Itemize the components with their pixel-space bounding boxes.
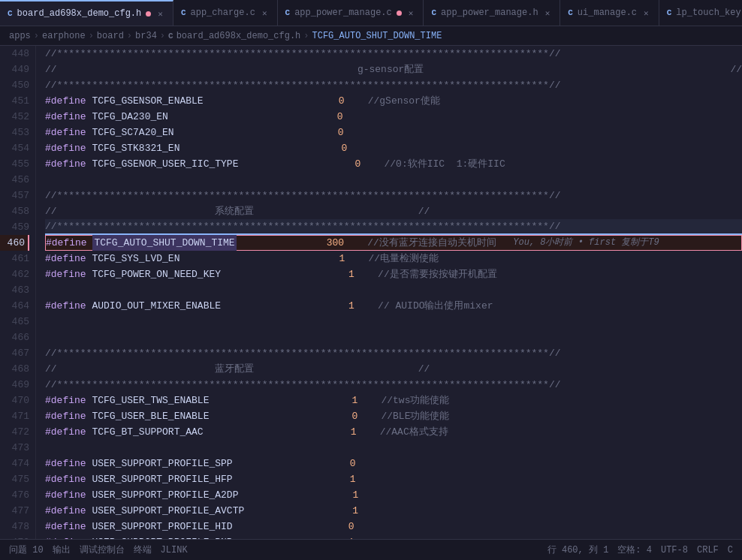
tab-label-5: ui_manage.c: [578, 8, 637, 18]
c-lang-icon-4: C: [431, 8, 436, 17]
sep4: ›: [160, 31, 165, 41]
line-464: #define AUDIO_OUT_MIXER_ENABLE 1 // AUID…: [45, 298, 742, 314]
tab-label: board_ad698x_demo_cfg.h: [17, 8, 142, 19]
tab-app-charge[interactable]: C app_charge.c ✕: [173, 0, 278, 26]
tab-bar: C board_ad698x_demo_cfg.h ✕ C app_charge…: [0, 0, 742, 26]
tab-label-3: app_power_manage.c: [294, 8, 392, 18]
sep1: ›: [34, 31, 39, 41]
tab-lp-touch-key[interactable]: C lp_touch_key.c ✕: [659, 0, 742, 26]
status-problems[interactable]: 问题 10: [9, 543, 44, 556]
line-numbers: 448 449 450 451 452 453 454 455 456 457 …: [0, 46, 36, 539]
sep2: ›: [89, 31, 94, 41]
status-encoding[interactable]: UTF-8: [661, 545, 688, 555]
tab-label-4: app_power_manage.h: [441, 8, 538, 18]
status-terminal[interactable]: 终端: [134, 543, 152, 556]
line-459: //**************************************…: [45, 219, 742, 235]
tab-label-2: app_charge.c: [190, 8, 255, 18]
breadcrumb-symbol[interactable]: TCFG_AUTO_SHUT_DOWN_TIME: [312, 31, 442, 41]
tab-close-2[interactable]: ✕: [260, 8, 270, 19]
status-bar: 问题 10 输出 调试控制台 终端 JLINK 行 460, 列 1 空格: 4…: [0, 539, 742, 560]
line-475: #define USER_SUPPORT_PROFILE_HFP 1: [45, 471, 742, 487]
tab-close-3[interactable]: ✕: [406, 8, 416, 19]
c-lang-icon-2: C: [181, 8, 186, 17]
status-left: 问题 10 输出 调试控制台 终端 JLINK: [9, 543, 188, 556]
breadcrumb-br34[interactable]: br34: [135, 31, 157, 41]
breadcrumb-file[interactable]: board_ad698x_demo_cfg.h: [176, 31, 301, 41]
breadcrumb-board[interactable]: board: [97, 31, 124, 41]
status-line-ending[interactable]: CRLF: [697, 545, 719, 555]
breadcrumb: apps › earphone › board › br34 › C board…: [0, 26, 742, 46]
tab-ui-manage[interactable]: C ui_manage.c ✕: [560, 0, 659, 26]
breadcrumb-c-icon: C: [168, 32, 173, 41]
line-453: #define TCFG_SC7A20_EN 0: [45, 125, 742, 140]
code-editor[interactable]: 448 449 450 451 452 453 454 455 456 457 …: [0, 46, 742, 539]
c-lang-icon: C: [8, 9, 13, 18]
c-lang-icon-5: C: [568, 8, 573, 17]
modified-dot: [146, 11, 151, 17]
line-471: #define TCFG_USER_BLE_ENABLE 0 //BLE功能使能: [45, 408, 742, 424]
modified-dot-3: [397, 11, 402, 16]
line-454: #define TCFG_STK8321_EN 0: [45, 140, 742, 156]
line-448: //**************************************…: [45, 46, 742, 62]
blame-annotation: You, 8小时前 • first 复制于T9: [502, 235, 659, 251]
line-468: // 蓝牙配置 //: [45, 361, 742, 377]
line-477: #define USER_SUPPORT_PROFILE_AVCTP 1: [45, 503, 742, 519]
line-462: #define TCFG_POWER_ON_NEED_KEY 1 //是否需要按…: [45, 266, 742, 282]
sep3: ›: [127, 31, 132, 41]
line-465: [45, 314, 742, 330]
line-469: //**************************************…: [45, 377, 742, 393]
status-output[interactable]: 输出: [53, 543, 71, 556]
line-461: #define TCFG_SYS_LVD_EN 1 //电量检测使能: [45, 251, 742, 266]
tab-app-power-manage-c[interactable]: C app_power_manage.c ✕: [278, 0, 424, 26]
line-470: #define TCFG_USER_TWS_ENABLE 1 //tws功能使能: [45, 393, 742, 408]
c-lang-icon-3: C: [285, 8, 291, 17]
line-473: [45, 440, 742, 456]
breadcrumb-earphone[interactable]: earphone: [42, 31, 86, 41]
line-474: #define USER_SUPPORT_PROFILE_SPP 0: [45, 456, 742, 471]
line-455: #define TCFG_GSENOR_USER_IIC_TYPE 0 //0:…: [45, 156, 742, 172]
tab-close-4[interactable]: ✕: [543, 8, 553, 19]
tab-close-5[interactable]: ✕: [641, 8, 651, 19]
line-457: //**************************************…: [45, 188, 742, 203]
status-position[interactable]: 行 460, 列 1: [547, 543, 609, 556]
breadcrumb-apps[interactable]: apps: [9, 31, 31, 41]
line-472: #define TCFG_BT_SUPPORT_AAC 1 //AAC格式支持: [45, 424, 742, 440]
line-467: //**************************************…: [45, 345, 742, 361]
sep5: ›: [303, 31, 309, 41]
line-451: #define TCFG_GSENSOR_ENABLE 0 //gSensor使…: [45, 93, 742, 109]
status-jlink[interactable]: JLINK: [161, 545, 188, 555]
status-right: 行 460, 列 1 空格: 4 UTF-8 CRLF C: [547, 543, 733, 556]
line-458: // 系统配置 //: [45, 203, 742, 219]
line-460[interactable]: #define TCFG_AUTO_SHUT_DOWN_TIME 300 //没…: [45, 235, 742, 251]
line-476: #define USER_SUPPORT_PROFILE_A2DP 1: [45, 487, 742, 503]
code-content[interactable]: //**************************************…: [36, 46, 742, 539]
c-lang-icon-6: C: [667, 8, 672, 17]
macro-highlight: TCFG_AUTO_SHUT_DOWN_TIME: [92, 235, 236, 251]
tab-close[interactable]: ✕: [155, 8, 165, 20]
line-456: [45, 172, 742, 188]
line-463: [45, 282, 742, 298]
tab-board-cfg[interactable]: C board_ad698x_demo_cfg.h ✕: [0, 0, 173, 26]
line-452: #define TCFG_DA230_EN 0: [45, 109, 742, 125]
status-debug[interactable]: 调试控制台: [80, 543, 125, 556]
status-spaces[interactable]: 空格: 4: [617, 543, 652, 556]
status-language[interactable]: C: [728, 545, 733, 555]
line-449: // g-sensor配置 //: [45, 62, 742, 77]
line-479: #define USER_SUPPORT_PROFILE_PNP 1: [45, 534, 742, 539]
line-478: #define USER_SUPPORT_PROFILE_HID 0: [45, 519, 742, 534]
line-466: [45, 330, 742, 345]
tab-app-power-manage-h[interactable]: C app_power_manage.h ✕: [424, 0, 560, 26]
tab-label-6: lp_touch_key.c: [676, 8, 742, 18]
line-450: //**************************************…: [45, 77, 742, 93]
